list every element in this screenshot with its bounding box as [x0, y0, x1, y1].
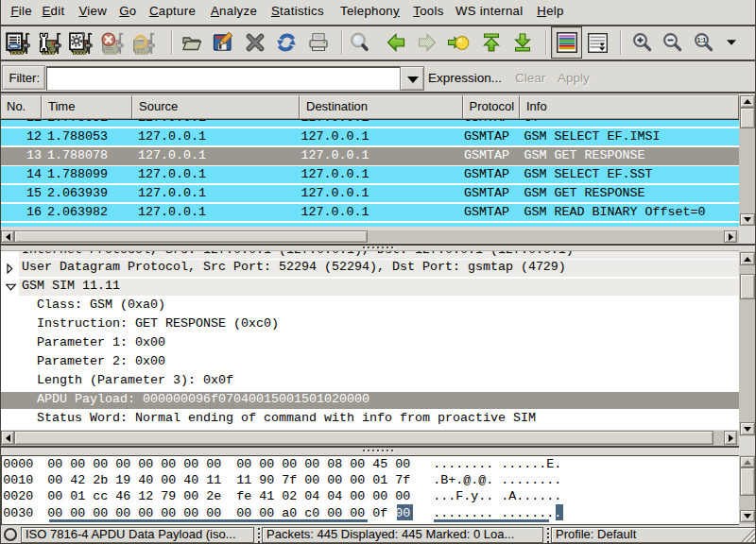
svg-text:1:1: 1:1: [697, 37, 707, 43]
